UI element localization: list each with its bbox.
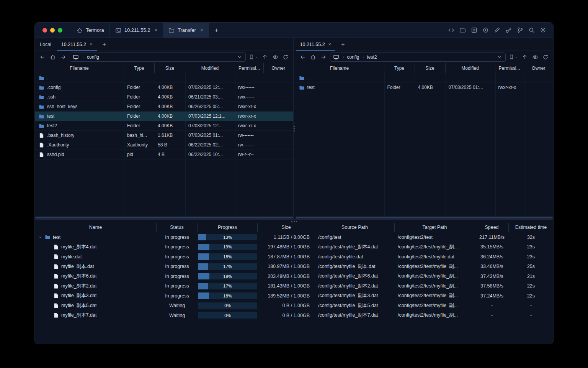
path-dropdown-icon[interactable]	[497, 54, 503, 60]
column-header-permissi[interactable]: Permissi...	[495, 63, 524, 73]
scrollbar-thumb[interactable]	[296, 217, 553, 219]
filename-label: ..	[307, 75, 310, 80]
breadcrumb-item[interactable]: config	[87, 54, 99, 60]
breadcrumb-item[interactable]: config	[347, 54, 359, 60]
transfer-row[interactable]: myfile_副本5.datWaiting0%0 B / 1.00GB/conf…	[35, 301, 553, 311]
minimize-window-button[interactable]	[50, 28, 55, 33]
file-row[interactable]: ..	[295, 73, 554, 83]
bookmark-button[interactable]	[508, 53, 518, 61]
close-tab-icon[interactable]: ×	[90, 41, 93, 47]
refresh-icon[interactable]	[542, 53, 549, 61]
transfer-column-source-path[interactable]: Source Path	[315, 223, 395, 232]
transfer-row[interactable]: myfile.datIn progress18%187.87MB / 1.00G…	[35, 252, 553, 262]
bookmark-dropdown-icon[interactable]	[515, 56, 518, 59]
path-breadcrumb[interactable]: config	[70, 53, 246, 62]
transfer-row[interactable]: myfile_副本4.datIn progress19%197.48MB / 1…	[35, 242, 553, 252]
breadcrumb-item[interactable]: test2	[367, 54, 377, 60]
settings-icon[interactable]	[540, 27, 546, 33]
file-row[interactable]: .sshFolder4.00KB06/21/2025 03:...rwx----…	[35, 92, 293, 102]
search-icon[interactable]	[528, 27, 535, 33]
close-window-button[interactable]	[42, 28, 47, 33]
left-pane-tab-local[interactable]: Local	[35, 38, 56, 51]
column-header-type[interactable]: Type	[124, 63, 155, 73]
transfer-column-progress[interactable]: Progress	[198, 223, 258, 232]
column-header-size[interactable]: Size	[155, 63, 185, 73]
file-row[interactable]: sshd.pidpid4 B06/22/2025 10:...rw-r--r--	[35, 150, 293, 159]
column-header-type[interactable]: Type	[384, 63, 415, 73]
back-icon[interactable]	[39, 53, 46, 61]
file-row[interactable]: .configFolder4.00KB07/02/2025 12:...rwx-…	[35, 83, 293, 92]
bookmark-dropdown-icon[interactable]	[255, 56, 258, 59]
column-header-permissi[interactable]: Permissi...	[235, 63, 264, 73]
bookmark-button[interactable]	[248, 53, 258, 61]
record-icon[interactable]	[482, 27, 489, 33]
edit-icon[interactable]	[494, 27, 500, 33]
column-header-owner[interactable]: Owner	[524, 63, 554, 73]
transfer-column-name[interactable]: Name	[35, 223, 157, 232]
transfer-column-estimated-time[interactable]: Estimated time	[509, 223, 553, 232]
close-tab-icon[interactable]: ×	[328, 41, 332, 47]
code-icon[interactable]	[448, 27, 454, 33]
transfer-column-speed[interactable]: Speed	[475, 223, 509, 232]
new-app-tab-button[interactable]: +	[209, 23, 224, 38]
column-header-filename[interactable]: Filename	[295, 63, 384, 73]
parent-directory-icon[interactable]	[521, 53, 529, 61]
column-header-modified[interactable]: Modified	[185, 63, 235, 73]
transfer-panel-splitter[interactable]	[35, 219, 553, 223]
folder-icon	[39, 94, 44, 100]
branch-icon[interactable]	[517, 27, 523, 33]
forward-icon[interactable]	[320, 53, 327, 61]
log-icon[interactable]	[471, 27, 477, 33]
column-header-owner[interactable]: Owner	[264, 63, 293, 73]
right-new-pane-tab-button[interactable]: +	[336, 38, 350, 51]
file-table-body: ..testFolder4.00KB07/03/2025 01:...rwxr-…	[295, 73, 554, 215]
app-tab-termora[interactable]: Termora	[71, 23, 109, 38]
home-icon[interactable]	[309, 53, 317, 61]
show-hidden-files-icon[interactable]	[531, 53, 539, 61]
file-row[interactable]: .bash_historybash_hi...1.61KB07/03/2025 …	[35, 131, 293, 140]
left-new-pane-tab-button[interactable]: +	[98, 38, 111, 51]
horizontal-scrollbar[interactable]	[295, 215, 554, 219]
file-row[interactable]: .XauthorityXauthority58 B06/22/2025 02:.…	[35, 140, 293, 150]
home-icon[interactable]	[49, 53, 57, 61]
file-icon	[39, 142, 44, 148]
app-tab-10-211-55-2[interactable]: 10.211.55.2×	[109, 23, 163, 38]
transfer-row[interactable]: myfile_副本6.datIn progress19%203.48MB / 1…	[35, 271, 553, 281]
file-permissions: rwxr-xr-x	[235, 113, 264, 119]
app-tab-transfer[interactable]: Transfer×	[163, 23, 209, 38]
column-header-filename[interactable]: Filename	[35, 63, 124, 73]
transfer-column-target-path[interactable]: Target Path	[395, 223, 475, 232]
folder-tab-icon[interactable]	[459, 27, 466, 33]
parent-directory-icon[interactable]	[261, 53, 269, 61]
transfer-row[interactable]: myfile_副本.datIn progress17%180.97MB / 1.…	[35, 262, 553, 272]
close-tab-icon[interactable]: ×	[200, 27, 203, 33]
column-header-modified[interactable]: Modified	[446, 63, 495, 73]
horizontal-scrollbar[interactable]	[35, 215, 293, 219]
file-row[interactable]: testFolder4.00KB07/03/2025 01:...rwxr-xr…	[295, 83, 554, 92]
column-header-size[interactable]: Size	[415, 63, 446, 73]
transfer-column-status[interactable]: Status	[157, 223, 198, 232]
transfer-column-size[interactable]: Size	[258, 223, 315, 232]
right-pane-tab-10-211-55-2[interactable]: 10.211.55.2×	[295, 38, 336, 51]
forward-icon[interactable]	[59, 53, 67, 61]
path-breadcrumb[interactable]: configtest2	[330, 53, 506, 62]
transfer-row[interactable]: myfile_副本7.datWaiting0%0 B / 1.00GB/conf…	[35, 310, 553, 320]
back-icon[interactable]	[299, 53, 307, 61]
key-icon[interactable]	[505, 27, 512, 33]
left-pane-tab-10-211-55-2[interactable]: 10.211.55.2×	[56, 38, 98, 51]
file-row[interactable]: ..	[35, 73, 293, 83]
show-hidden-files-icon[interactable]	[271, 53, 279, 61]
progress-bar: 0%	[198, 302, 257, 309]
transfer-row[interactable]: myfile_副本2.datIn progress17%181.43MB / 1…	[35, 281, 553, 291]
transfer-row[interactable]: testIn progress13%1.11GB / 8.00GB/config…	[35, 232, 553, 242]
close-tab-icon[interactable]: ×	[154, 27, 157, 33]
expand-chevron-icon[interactable]	[38, 235, 42, 240]
transfer-row[interactable]: myfile_副本3.datIn progress18%189.52MB / 1…	[35, 291, 553, 301]
zoom-window-button[interactable]	[58, 28, 62, 33]
file-row[interactable]: testFolder4.00KB07/03/2025 12:1...rwxr-x…	[35, 112, 293, 121]
scrollbar-thumb[interactable]	[35, 217, 293, 219]
file-row[interactable]: ssh_host_keysFolder4.00KB06/26/2025 05:.…	[35, 102, 293, 112]
file-row[interactable]: test2Folder4.00KB07/03/2025 12:...rwxr-x…	[35, 121, 293, 131]
path-dropdown-icon[interactable]	[237, 54, 243, 60]
refresh-icon[interactable]	[282, 53, 289, 61]
